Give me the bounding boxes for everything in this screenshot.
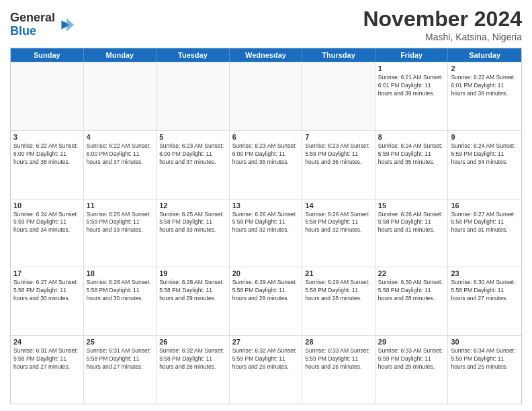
day-info: Sunrise: 6:29 AM Sunset: 5:58 PM Dayligh…: [232, 279, 300, 303]
day-number: 26: [159, 338, 226, 346]
day-number: 28: [305, 338, 372, 346]
day-cell-8: 8Sunrise: 6:24 AM Sunset: 5:59 PM Daylig…: [375, 131, 449, 199]
day-cell-19: 19Sunrise: 6:28 AM Sunset: 5:58 PM Dayli…: [157, 267, 230, 335]
calendar: SundayMondayTuesdayWednesdayThursdayFrid…: [10, 48, 522, 404]
day-cell-5: 5Sunrise: 6:23 AM Sunset: 6:00 PM Daylig…: [157, 131, 230, 199]
day-number: 8: [378, 133, 445, 141]
empty-cell: [157, 62, 230, 130]
day-info: Sunrise: 6:34 AM Sunset: 5:59 PM Dayligh…: [451, 347, 519, 371]
day-number: 30: [451, 338, 519, 346]
day-number: 2: [451, 64, 519, 73]
page: General Blue November 2024 Mashi, Katsin…: [0, 0, 532, 411]
day-info: Sunrise: 6:31 AM Sunset: 5:58 PM Dayligh…: [87, 347, 154, 371]
month-title: November 2024: [363, 7, 522, 32]
day-cell-13: 13Sunrise: 6:26 AM Sunset: 5:58 PM Dayli…: [230, 199, 303, 267]
day-number: 20: [232, 269, 300, 277]
header: General Blue November 2024 Mashi, Katsin…: [10, 7, 522, 42]
day-number: 6: [232, 133, 300, 141]
day-info: Sunrise: 6:27 AM Sunset: 5:58 PM Dayligh…: [451, 211, 519, 235]
day-cell-22: 22Sunrise: 6:30 AM Sunset: 5:58 PM Dayli…: [375, 267, 449, 335]
header-day-friday: Friday: [375, 48, 449, 62]
day-cell-28: 28Sunrise: 6:33 AM Sunset: 5:59 PM Dayli…: [302, 336, 375, 404]
day-info: Sunrise: 6:24 AM Sunset: 5:59 PM Dayligh…: [378, 142, 445, 167]
day-number: 1: [378, 64, 445, 73]
day-info: Sunrise: 6:25 AM Sunset: 5:59 PM Dayligh…: [87, 211, 154, 235]
empty-cell: [84, 62, 157, 130]
day-info: Sunrise: 6:26 AM Sunset: 5:58 PM Dayligh…: [305, 211, 372, 235]
header-day-saturday: Saturday: [448, 48, 521, 62]
day-info: Sunrise: 6:23 AM Sunset: 6:00 PM Dayligh…: [232, 142, 300, 167]
day-cell-27: 27Sunrise: 6:32 AM Sunset: 5:59 PM Dayli…: [230, 336, 303, 404]
logo-general: General: [10, 11, 55, 24]
day-number: 24: [13, 338, 81, 346]
calendar-row-4: 24Sunrise: 6:31 AM Sunset: 5:58 PM Dayli…: [11, 335, 521, 404]
day-info: Sunrise: 6:26 AM Sunset: 5:58 PM Dayligh…: [378, 211, 445, 235]
day-cell-2: 2Sunrise: 6:22 AM Sunset: 6:01 PM Daylig…: [448, 62, 521, 130]
day-info: Sunrise: 6:28 AM Sunset: 5:58 PM Dayligh…: [87, 279, 154, 303]
day-info: Sunrise: 6:23 AM Sunset: 5:59 PM Dayligh…: [305, 142, 372, 167]
logo-blue: Blue: [10, 24, 36, 38]
empty-cell: [11, 62, 84, 130]
header-day-monday: Monday: [84, 48, 157, 62]
day-info: Sunrise: 6:22 AM Sunset: 6:00 PM Dayligh…: [13, 142, 81, 167]
day-info: Sunrise: 6:26 AM Sunset: 5:58 PM Dayligh…: [232, 211, 300, 235]
day-cell-15: 15Sunrise: 6:26 AM Sunset: 5:58 PM Dayli…: [375, 199, 449, 267]
day-number: 25: [87, 338, 154, 346]
day-cell-3: 3Sunrise: 6:22 AM Sunset: 6:00 PM Daylig…: [11, 131, 84, 199]
day-cell-17: 17Sunrise: 6:27 AM Sunset: 5:58 PM Dayli…: [11, 267, 84, 335]
day-cell-1: 1Sunrise: 6:21 AM Sunset: 6:01 PM Daylig…: [375, 62, 449, 130]
day-cell-4: 4Sunrise: 6:22 AM Sunset: 6:00 PM Daylig…: [84, 131, 157, 199]
calendar-row-0: 1Sunrise: 6:21 AM Sunset: 6:01 PM Daylig…: [11, 62, 521, 130]
day-cell-29: 29Sunrise: 6:33 AM Sunset: 5:59 PM Dayli…: [375, 336, 449, 404]
day-number: 15: [378, 201, 445, 210]
location: Mashi, Katsina, Nigeria: [363, 32, 522, 42]
day-cell-24: 24Sunrise: 6:31 AM Sunset: 5:58 PM Dayli…: [11, 336, 84, 404]
day-number: 12: [159, 201, 226, 210]
day-info: Sunrise: 6:30 AM Sunset: 5:58 PM Dayligh…: [378, 279, 445, 303]
day-number: 22: [378, 269, 445, 277]
day-info: Sunrise: 6:23 AM Sunset: 6:00 PM Dayligh…: [159, 142, 226, 167]
title-block: November 2024 Mashi, Katsina, Nigeria: [363, 7, 522, 42]
day-info: Sunrise: 6:25 AM Sunset: 5:58 PM Dayligh…: [159, 211, 226, 235]
day-info: Sunrise: 6:27 AM Sunset: 5:58 PM Dayligh…: [13, 279, 81, 303]
day-info: Sunrise: 6:31 AM Sunset: 5:58 PM Dayligh…: [13, 347, 81, 371]
day-number: 27: [232, 338, 300, 346]
day-cell-6: 6Sunrise: 6:23 AM Sunset: 6:00 PM Daylig…: [230, 131, 303, 199]
day-number: 14: [305, 201, 372, 210]
day-cell-26: 26Sunrise: 6:32 AM Sunset: 5:58 PM Dayli…: [157, 336, 230, 404]
header-day-sunday: Sunday: [11, 48, 84, 62]
day-number: 3: [13, 133, 81, 141]
empty-cell: [230, 62, 303, 130]
day-info: Sunrise: 6:32 AM Sunset: 5:59 PM Dayligh…: [232, 347, 300, 371]
logo-text: General Blue: [10, 11, 55, 38]
day-cell-23: 23Sunrise: 6:30 AM Sunset: 5:58 PM Dayli…: [448, 267, 521, 335]
day-number: 23: [451, 269, 519, 277]
calendar-row-3: 17Sunrise: 6:27 AM Sunset: 5:58 PM Dayli…: [11, 267, 521, 335]
day-cell-12: 12Sunrise: 6:25 AM Sunset: 5:58 PM Dayli…: [157, 199, 230, 267]
day-info: Sunrise: 6:29 AM Sunset: 5:58 PM Dayligh…: [305, 279, 372, 303]
day-number: 19: [159, 269, 226, 277]
day-number: 10: [13, 201, 81, 210]
calendar-header: SundayMondayTuesdayWednesdayThursdayFrid…: [11, 48, 521, 62]
day-number: 9: [451, 133, 519, 141]
day-info: Sunrise: 6:24 AM Sunset: 5:59 PM Dayligh…: [13, 211, 81, 235]
day-number: 7: [305, 133, 372, 141]
day-info: Sunrise: 6:33 AM Sunset: 5:59 PM Dayligh…: [378, 347, 445, 371]
calendar-body: 1Sunrise: 6:21 AM Sunset: 6:01 PM Daylig…: [11, 62, 521, 404]
day-cell-14: 14Sunrise: 6:26 AM Sunset: 5:58 PM Dayli…: [302, 199, 375, 267]
day-cell-10: 10Sunrise: 6:24 AM Sunset: 5:59 PM Dayli…: [11, 199, 84, 267]
day-number: 17: [13, 269, 81, 277]
day-cell-21: 21Sunrise: 6:29 AM Sunset: 5:58 PM Dayli…: [302, 267, 375, 335]
day-info: Sunrise: 6:24 AM Sunset: 5:59 PM Dayligh…: [451, 142, 519, 167]
calendar-row-2: 10Sunrise: 6:24 AM Sunset: 5:59 PM Dayli…: [11, 199, 521, 267]
header-day-tuesday: Tuesday: [157, 48, 230, 62]
day-number: 13: [232, 201, 300, 210]
calendar-row-1: 3Sunrise: 6:22 AM Sunset: 6:00 PM Daylig…: [11, 130, 521, 199]
logo-icon: [56, 15, 75, 34]
header-day-thursday: Thursday: [302, 48, 375, 62]
day-number: 18: [87, 269, 154, 277]
day-number: 21: [305, 269, 372, 277]
day-cell-25: 25Sunrise: 6:31 AM Sunset: 5:58 PM Dayli…: [84, 336, 157, 404]
logo: General Blue: [10, 11, 75, 38]
day-cell-11: 11Sunrise: 6:25 AM Sunset: 5:59 PM Dayli…: [84, 199, 157, 267]
